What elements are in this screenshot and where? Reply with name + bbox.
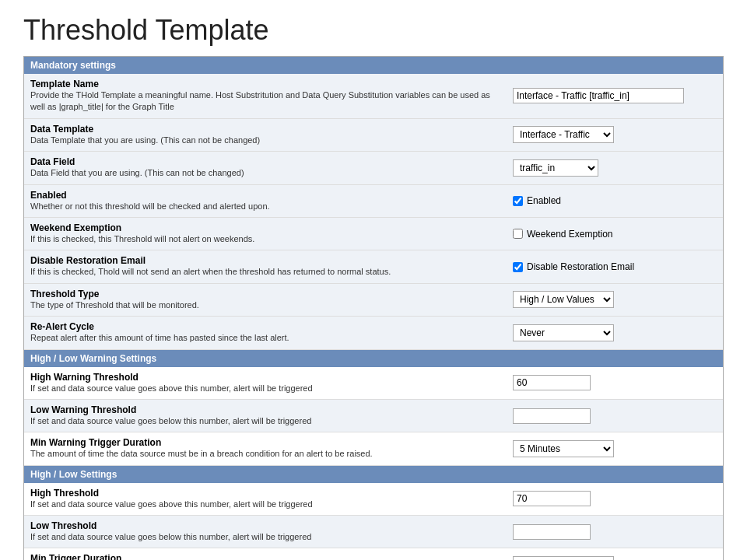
field-label-min-warning-trigger-duration: Min Warning Trigger Duration xyxy=(30,437,500,448)
field-desc-template-name: Provide the THold Template a meaningful … xyxy=(30,90,490,111)
select-threshold-type[interactable]: High / Low Values xyxy=(513,291,614,308)
field-desc-enabled: Whether or not this threshold will be ch… xyxy=(30,201,270,211)
field-desc-re-alert-cycle: Repeat alert after this amount of time h… xyxy=(30,333,289,342)
field-label-low-warning-threshold: Low Warning Threshold xyxy=(30,404,500,415)
field-desc-high-warning-threshold: If set and data source value goes above … xyxy=(30,383,313,393)
field-desc-low-threshold: If set and data source value goes below … xyxy=(30,532,311,541)
section-header-warning: High / Low Warning Settings xyxy=(24,350,723,367)
row-high-warning-threshold: High Warning ThresholdIf set and data so… xyxy=(24,367,723,400)
field-desc-high-threshold: If set and data source value goes above … xyxy=(30,499,313,509)
select-data-template[interactable]: Interface - Traffic xyxy=(513,126,614,143)
form-container: Mandatory settingsTemplate NameProvide t… xyxy=(23,56,724,560)
row-re-alert-cycle: Re-Alert CycleRepeat alert after this am… xyxy=(24,317,723,349)
input-low-threshold[interactable] xyxy=(513,524,591,540)
row-template-name: Template NameProvide the THold Template … xyxy=(24,74,723,119)
input-low-warning-threshold[interactable] xyxy=(513,408,591,424)
row-disable-restoration-email: Disable Restoration EmailIf this is chec… xyxy=(24,250,723,283)
section-header-highlow: High / Low Settings xyxy=(24,466,723,483)
checkbox-disable-restoration-email[interactable] xyxy=(513,262,523,272)
field-label-disable-restoration-email: Disable Restoration Email xyxy=(30,255,500,266)
field-desc-data-template: Data Template that you are using. (This … xyxy=(30,135,260,145)
field-desc-data-field: Data Field that you are using. (This can… xyxy=(30,168,244,177)
checkbox-label-enabled: Enabled xyxy=(527,195,561,206)
select-re-alert-cycle[interactable]: Never xyxy=(513,324,614,341)
page-title: Threshold Template xyxy=(0,0,747,56)
checkbox-weekend-exemption[interactable] xyxy=(513,229,523,239)
row-low-threshold: Low ThresholdIf set and data source valu… xyxy=(24,516,723,548)
field-label-template-name: Template Name xyxy=(30,79,500,89)
select-data-field[interactable]: traffic_in xyxy=(513,159,598,177)
select-min-trigger-duration[interactable]: 5 Minutes xyxy=(513,556,614,560)
input-high-warning-threshold[interactable] xyxy=(513,375,591,390)
row-min-trigger-duration: Min Trigger DurationThe amount of time t… xyxy=(24,548,723,560)
input-high-threshold[interactable] xyxy=(513,491,591,506)
row-data-field: Data FieldData Field that you are using.… xyxy=(24,152,723,184)
field-label-high-warning-threshold: High Warning Threshold xyxy=(30,372,500,383)
row-min-warning-trigger-duration: Min Warning Trigger DurationThe amount o… xyxy=(24,432,723,465)
field-label-data-field: Data Field xyxy=(30,156,500,167)
field-label-weekend-exemption: Weekend Exemption xyxy=(30,222,500,233)
checkbox-label-disable-restoration-email: Disable Restoration Email xyxy=(527,261,634,272)
field-label-data-template: Data Template xyxy=(30,124,500,135)
field-label-high-threshold: High Threshold xyxy=(30,488,500,499)
field-desc-low-warning-threshold: If set and data source value goes below … xyxy=(30,416,311,425)
row-enabled: EnabledWhether or not this threshold wil… xyxy=(24,185,723,218)
select-min-warning-trigger-duration[interactable]: 5 Minutes xyxy=(513,440,614,457)
field-label-re-alert-cycle: Re-Alert Cycle xyxy=(30,321,500,332)
row-high-threshold: High ThresholdIf set and data source val… xyxy=(24,483,723,516)
field-label-threshold-type: Threshold Type xyxy=(30,289,500,299)
checkbox-enabled[interactable] xyxy=(513,196,523,206)
row-low-warning-threshold: Low Warning ThresholdIf set and data sou… xyxy=(24,400,723,432)
field-desc-weekend-exemption: If this is checked, this Threshold will … xyxy=(30,234,254,243)
field-label-min-trigger-duration: Min Trigger Duration xyxy=(30,553,500,560)
row-data-template: Data TemplateData Template that you are … xyxy=(24,119,723,152)
row-threshold-type: Threshold TypeThe type of Threshold that… xyxy=(24,284,723,317)
field-desc-threshold-type: The type of Threshold that will be monit… xyxy=(30,300,199,310)
input-template-name[interactable] xyxy=(513,88,684,103)
field-desc-min-warning-trigger-duration: The amount of time the data source must … xyxy=(30,449,373,458)
checkbox-label-weekend-exemption: Weekend Exemption xyxy=(527,229,613,240)
section-header-mandatory: Mandatory settings xyxy=(24,57,723,74)
field-label-enabled: Enabled xyxy=(30,190,500,201)
field-label-low-threshold: Low Threshold xyxy=(30,520,500,531)
row-weekend-exemption: Weekend ExemptionIf this is checked, thi… xyxy=(24,218,723,250)
field-desc-disable-restoration-email: If this is checked, Thold will not send … xyxy=(30,267,391,276)
